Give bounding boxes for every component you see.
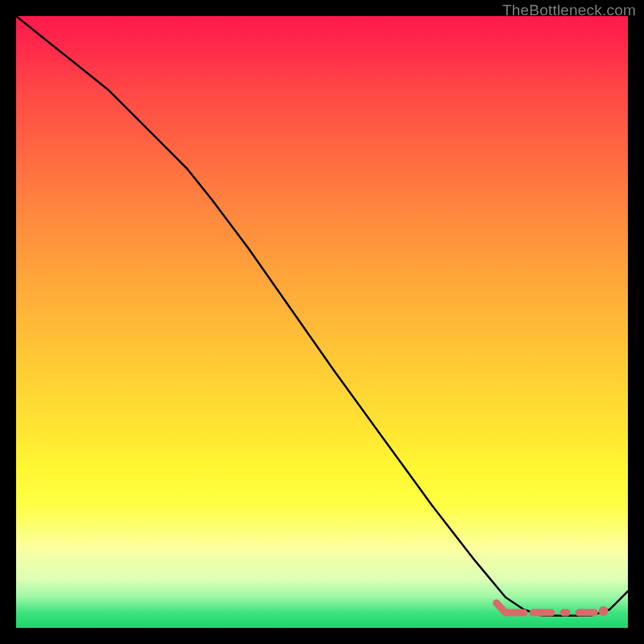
optimal-region-marker	[497, 603, 609, 616]
watermark-text: TheBottleneck.com	[502, 2, 636, 19]
bottleneck-curve	[16, 16, 628, 616]
svg-point-3	[599, 606, 609, 616]
chart-container: TheBottleneck.com	[0, 0, 644, 644]
chart-overlay	[16, 16, 628, 628]
